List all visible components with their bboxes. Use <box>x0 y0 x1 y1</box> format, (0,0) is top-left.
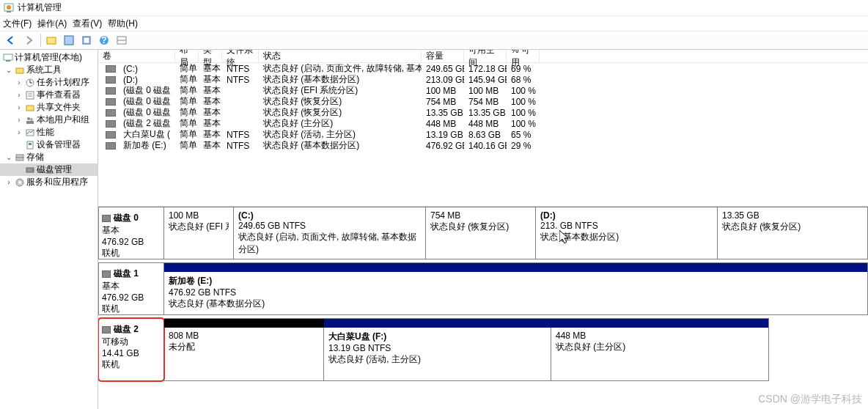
forward-button[interactable] <box>21 32 37 48</box>
window-title: 计算机管理 <box>18 1 62 14</box>
color-bar <box>164 319 324 328</box>
menu-action[interactable]: 操作(A) <box>37 18 67 30</box>
svg-rect-28 <box>16 158 23 161</box>
tree-task[interactable]: › 任务计划程序 <box>0 76 98 89</box>
volume-list: 卷 布局 类型 文件系统 状态 容量 可用空间 % 可用 (C:)简单基本NTF… <box>98 50 868 207</box>
partition[interactable]: 448 MB 状态良好 (主分区) <box>551 328 768 380</box>
expand-icon[interactable]: ⌄ <box>4 66 13 74</box>
partition-bar: 100 MB 状态良好 (EFI 系统分! (C:) 249.65 GB NTF… <box>164 207 868 259</box>
menu-view[interactable]: 查看(V) <box>73 18 102 30</box>
svg-rect-6 <box>84 38 89 43</box>
volume-icon <box>106 142 116 150</box>
col-free[interactable]: 可用空间 <box>464 50 507 62</box>
expand-icon[interactable]: ⌄ <box>4 153 13 161</box>
partition[interactable]: 754 MB 状态良好 (恢复分区) <box>426 207 536 259</box>
table-row[interactable]: (磁盘 2 磁盘分区 2)简单基本状态良好 (主分区)448 MB448 MB1… <box>98 118 868 129</box>
col-volume[interactable]: 卷 <box>98 50 175 62</box>
color-bar <box>164 263 867 272</box>
disk-row-1[interactable]: 磁盘 1 基本 476.92 GB 联机 新加卷 (E:) 476.92 GB … <box>98 262 868 315</box>
app-icon <box>3 2 15 14</box>
partition[interactable]: (C:) 249.65 GB NTFS 状态良好 (启动, 页面文件, 故障转储… <box>234 207 426 259</box>
toolbar-btn-1[interactable] <box>43 32 59 48</box>
partition-unallocated[interactable]: 808 MB 未分配 <box>164 328 324 380</box>
col-fs[interactable]: 文件系统 <box>222 50 259 62</box>
device-icon <box>25 140 35 150</box>
table-row[interactable]: (C:)简单基本NTFS状态良好 (启动, 页面文件, 故障转储, 基本数据分区… <box>98 63 868 74</box>
tree-diskmgmt[interactable]: 磁盘管理 <box>0 163 98 176</box>
back-button[interactable] <box>3 32 19 48</box>
help-button[interactable]: ? <box>96 32 112 48</box>
tree-perf[interactable]: › 性能 <box>0 126 98 139</box>
expand-icon[interactable]: › <box>15 78 23 86</box>
partition[interactable]: 100 MB 状态良好 (EFI 系统分! <box>164 207 234 259</box>
disk-icon <box>25 165 35 175</box>
table-row[interactable]: (磁盘 0 磁盘分区 1)简单基本状态良好 (EFI 系统分区)100 MB10… <box>98 85 868 96</box>
toolbar-btn-3[interactable] <box>78 32 95 48</box>
svg-rect-23 <box>26 121 34 124</box>
tree-storage[interactable]: ⌄ 存储 <box>0 151 98 163</box>
volume-icon <box>106 131 116 139</box>
title-bar: 计算机管理 <box>0 0 868 16</box>
users-icon <box>25 115 35 125</box>
menu-file[interactable]: 文件(F) <box>3 18 32 30</box>
toolbar-separator <box>40 34 41 47</box>
tree-users[interactable]: › 本地用户和组 <box>0 114 98 126</box>
svg-point-32 <box>18 181 21 184</box>
perf-icon <box>25 128 35 138</box>
expand-icon[interactable]: › <box>15 128 23 136</box>
svg-rect-4 <box>65 36 73 45</box>
partition[interactable]: 新加卷 (E:) 476.92 GB NTFS 状态良好 (基本数据分区) <box>164 272 867 314</box>
col-type[interactable]: 类型 <box>199 50 222 62</box>
navigation-pane: 计算机管理(本地) ⌄ 系统工具 › 任务计划程序 › 事件查看器 › 共享文件… <box>0 50 98 409</box>
table-row[interactable]: (磁盘 0 磁盘分区 4)简单基本状态良好 (恢复分区)754 MB754 MB… <box>98 96 868 107</box>
col-layout[interactable]: 布局 <box>175 50 199 62</box>
volume-icon <box>106 98 116 106</box>
col-capacity[interactable]: 容量 <box>422 50 464 62</box>
expand-icon[interactable]: › <box>15 91 23 99</box>
toolbar-btn-5[interactable] <box>114 32 130 48</box>
task-icon <box>25 78 35 88</box>
folder-icon <box>25 103 35 113</box>
expand-icon[interactable]: › <box>4 178 13 186</box>
expand-icon[interactable]: › <box>15 103 23 111</box>
svg-rect-20 <box>26 106 34 111</box>
svg-rect-26 <box>29 143 32 145</box>
table-row[interactable]: (D:)简单基本NTFS状态良好 (基本数据分区)213.09 GB145.94… <box>98 74 868 85</box>
color-bar <box>324 319 768 328</box>
menu-help[interactable]: 帮助(H) <box>108 18 138 30</box>
graphical-view: 磁盘 0 基本 476.92 GB 联机 100 MB 状态良好 (EFI 系统… <box>98 207 868 409</box>
toolbar-btn-2[interactable] <box>61 32 77 48</box>
partition[interactable]: 大白菜U盘 (F:) 13.19 GB NTFS 状态良好 (活动, 主分区) <box>324 328 551 380</box>
toolbar: ? <box>0 31 868 50</box>
event-icon <box>25 90 35 100</box>
partition[interactable]: (D:) 213. GB NTFS 状态 (基本数据分区) <box>536 207 718 259</box>
tree-root[interactable]: 计算机管理(本地) <box>0 51 98 64</box>
menu-bar: 文件(F) 操作(A) 查看(V) 帮助(H) <box>0 16 868 31</box>
volume-icon <box>106 76 116 84</box>
expand-icon[interactable]: › <box>15 116 23 124</box>
tree-systools[interactable]: ⌄ 系统工具 <box>0 64 98 76</box>
volume-icon <box>106 109 116 117</box>
disk-row-0[interactable]: 磁盘 0 基本 476.92 GB 联机 100 MB 状态良好 (EFI 系统… <box>98 207 868 259</box>
tools-icon <box>15 65 25 75</box>
volume-icon <box>106 65 116 73</box>
tree-services[interactable]: › 服务和应用程序 <box>0 176 98 188</box>
svg-rect-27 <box>16 155 23 158</box>
svg-rect-11 <box>4 54 12 60</box>
svg-point-2 <box>7 5 11 10</box>
table-row[interactable]: (磁盘 0 磁盘分区 6)简单基本状态良好 (恢复分区)13.35 GB13.3… <box>98 107 868 118</box>
table-row[interactable]: 大白菜U盘 (F:)简单基本NTFS状态良好 (活动, 主分区)13.19 GB… <box>98 129 868 140</box>
tree-devmgr[interactable]: 设备管理器 <box>0 139 98 151</box>
svg-rect-13 <box>16 68 23 73</box>
tree-shared[interactable]: › 共享文件夹 <box>0 101 98 114</box>
svg-text:?: ? <box>101 35 106 45</box>
disk-icon <box>102 270 111 278</box>
tree-event[interactable]: › 事件查看器 <box>0 89 98 101</box>
partition[interactable]: 13.35 GB 状态良好 (恢复分区) <box>718 207 867 259</box>
col-pctfree[interactable]: % 可用 <box>507 50 540 62</box>
svg-point-21 <box>27 117 30 120</box>
disk-row-2[interactable]: 磁盘 2 可移动 14.41 GB 联机 808 MB 未分配 <box>98 318 868 381</box>
storage-icon <box>15 152 25 163</box>
table-row[interactable]: 新加卷 (E:)简单基本NTFS状态良好 (基本数据分区)476.92 GB14… <box>98 140 868 151</box>
col-status[interactable]: 状态 <box>259 50 422 62</box>
